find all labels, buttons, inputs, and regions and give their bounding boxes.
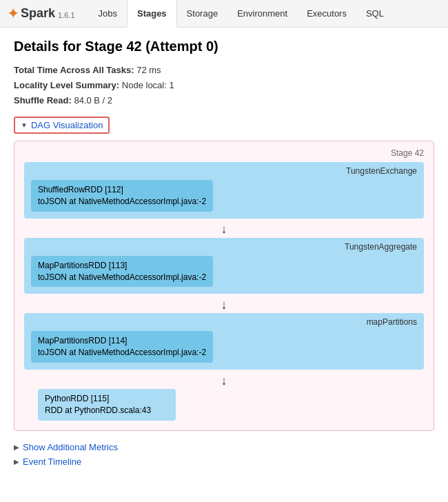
dag-node-1: ShuffledRowRDD [112] toJSON at NativeMet… [31, 180, 213, 212]
shuffle-label: Shuffle Read: [14, 95, 72, 106]
dag-node-2-title: MapPartitionsRDD [113] [38, 260, 206, 272]
nav-sql[interactable]: SQL [356, 0, 394, 27]
dag-group-map-partitions: mapPartitions MapPartitionsRDD [114] toJ… [24, 313, 424, 370]
spark-star-icon: ✦ [7, 5, 19, 23]
dag-group-label-3: mapPartitions [31, 317, 417, 327]
dag-final-node-title: PythonRDD [115] [45, 393, 169, 405]
event-timeline-link[interactable]: ▶ Event Timeline [14, 456, 434, 467]
nav-jobs[interactable]: Jobs [89, 0, 127, 27]
dag-node-2: MapPartitionsRDD [113] toJSON at NativeM… [31, 256, 213, 288]
page-title: Details for Stage 42 (Attempt 0) [14, 39, 434, 54]
dag-group-label-2: TungstenAggregate [31, 242, 417, 252]
dag-group-box-1: TungstenExchange ShuffledRowRDD [112] to… [24, 162, 424, 219]
locality-label: Locality Level Summary: [14, 80, 119, 90]
bottom-links: ▶ Show Additional Metrics ▶ Event Timeli… [14, 442, 434, 467]
total-time-row: Total Time Across All Tasks: 72 ms [14, 63, 434, 78]
show-additional-metrics-link[interactable]: ▶ Show Additional Metrics [14, 442, 434, 452]
dag-toggle-label: DAG Visualization [31, 120, 103, 130]
nav-executors[interactable]: Executors [297, 0, 356, 27]
dag-final-node: PythonRDD [115] RDD at PythonRDD.scala:4… [38, 389, 176, 421]
nav-storage[interactable]: Storage [177, 0, 228, 27]
total-time-value: 72 ms [136, 65, 161, 75]
dag-group-tungsten-aggregate: TungstenAggregate MapPartitionsRDD [113]… [24, 238, 424, 294]
locality-value: Node local: 1 [122, 80, 174, 90]
dag-arrow-2: ↓ [24, 297, 424, 313]
dag-visualization: Stage 42 TungstenExchange ShuffledRowRDD… [14, 141, 434, 430]
logo: ✦ Spark 1.6.1 [7, 5, 75, 23]
shuffle-row: Shuffle Read: 84.0 B / 2 [14, 93, 434, 108]
show-additional-metrics-label: Show Additional Metrics [23, 442, 118, 452]
dag-group-box-3: mapPartitions MapPartitionsRDD [114] toJ… [24, 313, 424, 370]
nav-links: Jobs Stages Storage Environment Executor… [89, 0, 394, 27]
event-timeline-label: Event Timeline [23, 456, 81, 467]
logo-text: Spark [21, 6, 55, 21]
dag-node-3-sub: toJSON at NativeMethodAccessorImpl.java:… [38, 347, 206, 359]
version-text: 1.6.1 [58, 11, 74, 19]
nav-stages[interactable]: Stages [127, 0, 177, 28]
dag-node-1-sub: toJSON at NativeMethodAccessorImpl.java:… [38, 196, 206, 208]
dag-node-3-title: MapPartitionsRDD [114] [38, 335, 206, 347]
dag-arrow-1: ↓ [24, 221, 424, 238]
meta-info: Total Time Across All Tasks: 72 ms Local… [14, 63, 434, 108]
dag-node-1-title: ShuffledRowRDD [112] [38, 184, 206, 196]
dag-stage-label: Stage 42 [24, 148, 424, 158]
total-time-label: Total Time Across All Tasks: [14, 65, 134, 75]
dag-node-3: MapPartitionsRDD [114] toJSON at NativeM… [31, 331, 213, 363]
chevron-right-icon-2: ▶ [14, 458, 19, 465]
chevron-down-icon: ▼ [21, 121, 28, 129]
dag-final-node-sub: RDD at PythonRDD.scala:43 [45, 405, 169, 416]
dag-group-box-2: TungstenAggregate MapPartitionsRDD [113]… [24, 238, 424, 294]
navbar: ✦ Spark 1.6.1 Jobs Stages Storage Enviro… [0, 0, 448, 28]
dag-group-tungsten-exchange: TungstenExchange ShuffledRowRDD [112] to… [24, 162, 424, 219]
nav-environment[interactable]: Environment [227, 0, 297, 27]
dag-node-2-sub: toJSON at NativeMethodAccessorImpl.java:… [38, 272, 206, 283]
main-content: Details for Stage 42 (Attempt 0) Total T… [0, 28, 448, 482]
locality-row: Locality Level Summary: Node local: 1 [14, 78, 434, 93]
dag-group-label-1: TungstenExchange [31, 166, 417, 176]
dag-arrow-3: ↓ [24, 372, 424, 389]
dag-toggle-button[interactable]: ▼ DAG Visualization [14, 117, 110, 134]
shuffle-value: 84.0 B / 2 [74, 95, 112, 106]
chevron-right-icon-1: ▶ [14, 443, 19, 451]
